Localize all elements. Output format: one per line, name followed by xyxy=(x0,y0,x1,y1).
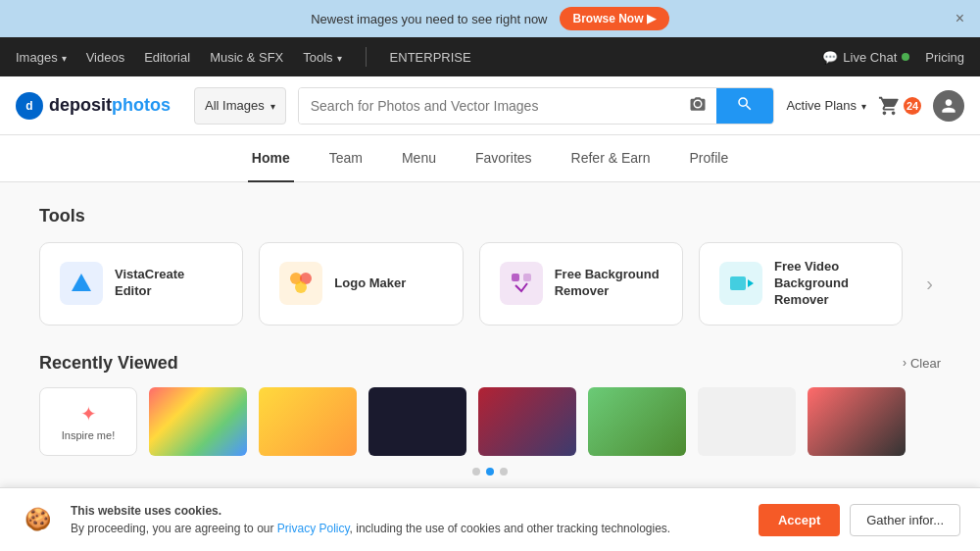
nav-right: 💬 Live Chat Pricing xyxy=(822,50,964,65)
plans-chevron-icon xyxy=(861,98,866,113)
nav-music[interactable]: Music & SFX xyxy=(210,50,283,65)
top-banner: Newest images you need to see right now … xyxy=(0,0,980,37)
tool-bg-remover[interactable]: Free Background Remover xyxy=(479,242,683,326)
nav-images[interactable]: Images xyxy=(16,50,67,65)
sub-nav: Home Team Menu Favorites Refer & Earn Pr… xyxy=(0,135,980,182)
nav-enterprise[interactable]: ENTERPRISE xyxy=(390,50,471,65)
sub-nav-home[interactable]: Home xyxy=(248,135,294,182)
recently-viewed-thumb-1[interactable] xyxy=(149,387,247,456)
cart-count-badge: 24 xyxy=(904,97,921,115)
pagination-dots xyxy=(39,468,941,476)
pagination-dot-3[interactable] xyxy=(500,468,508,476)
nav-separator xyxy=(366,47,367,67)
sub-nav-menu[interactable]: Menu xyxy=(398,135,440,182)
recently-viewed-clear[interactable]: › Clear xyxy=(903,356,941,371)
svg-rect-5 xyxy=(512,274,519,281)
recently-viewed-thumb-2[interactable] xyxy=(259,387,357,456)
search-input[interactable] xyxy=(299,88,680,124)
svg-rect-6 xyxy=(523,274,531,281)
video-bg-remover-icon xyxy=(719,262,762,305)
vistacreate-icon xyxy=(60,262,103,305)
inspire-label: Inspire me! xyxy=(62,429,115,441)
active-plans-dropdown[interactable]: Active Plans xyxy=(786,98,866,113)
live-status-dot xyxy=(902,53,909,61)
banner-close-button[interactable]: × xyxy=(956,10,964,27)
tool-logo-maker[interactable]: Logo Maker xyxy=(259,242,463,326)
tools-next-arrow[interactable]: › xyxy=(918,242,941,326)
nav-videos[interactable]: Videos xyxy=(86,50,125,65)
recently-viewed-thumb-3[interactable] xyxy=(368,387,466,456)
chevron-down-icon xyxy=(62,50,67,65)
privacy-policy-link[interactable]: Privacy Policy xyxy=(277,522,350,535)
video-bg-remover-label: Free Video Background Remover xyxy=(774,259,882,309)
svg-marker-1 xyxy=(72,274,91,291)
sub-nav-favorites[interactable]: Favorites xyxy=(471,135,536,182)
banner-text: Newest images you need to see right now xyxy=(311,12,547,26)
cookie-banner: 🍪 This website uses cookies. By proceedi… xyxy=(0,487,980,551)
nav-bar: Images Videos Editorial Music & SFX Tool… xyxy=(0,37,980,76)
search-button[interactable] xyxy=(716,87,773,125)
recently-viewed-header: Recently Viewed › Clear xyxy=(39,353,941,374)
recently-viewed-row: ✦ Inspire me! xyxy=(39,387,941,456)
svg-marker-8 xyxy=(748,279,754,287)
inspire-me-card[interactable]: ✦ Inspire me! xyxy=(39,387,137,456)
accept-cookies-button[interactable]: Accept xyxy=(759,504,840,536)
vistacreate-label: VistaCreate Editor xyxy=(115,267,222,300)
chevron-down-icon xyxy=(337,50,342,65)
sub-nav-refer[interactable]: Refer & Earn xyxy=(567,135,655,182)
filter-chevron-icon xyxy=(270,98,275,113)
recently-viewed-thumb-4[interactable] xyxy=(478,387,576,456)
cart-button[interactable]: 24 xyxy=(878,95,921,117)
svg-point-0 xyxy=(695,101,701,107)
cookie-actions: Accept Gather infor... xyxy=(759,504,960,536)
sub-nav-team[interactable]: Team xyxy=(325,135,367,182)
logo-icon: d xyxy=(16,92,43,120)
recently-viewed-thumb-6[interactable] xyxy=(698,387,796,456)
recently-viewed-thumb-7[interactable] xyxy=(808,387,906,456)
svg-point-4 xyxy=(295,281,307,293)
tools-grid: VistaCreate Editor Logo Maker Free Bac xyxy=(39,242,941,326)
pagination-dot-2[interactable] xyxy=(486,468,494,476)
sub-nav-profile[interactable]: Profile xyxy=(686,135,733,182)
live-chat-button[interactable]: 💬 Live Chat xyxy=(822,50,909,65)
recently-viewed-thumb-5[interactable] xyxy=(588,387,686,456)
nav-tools[interactable]: Tools xyxy=(303,50,341,65)
chat-icon: 💬 xyxy=(822,50,838,65)
recently-viewed-title: Recently Viewed xyxy=(39,353,178,374)
bg-remover-icon xyxy=(500,262,543,305)
avatar[interactable] xyxy=(933,90,964,122)
svg-rect-7 xyxy=(730,276,746,290)
inspire-icon: ✦ xyxy=(80,402,97,426)
logo-maker-icon xyxy=(279,262,322,305)
search-bar xyxy=(298,87,775,125)
header: d depositphotos All Images Active Plans … xyxy=(0,76,980,135)
logo-maker-label: Logo Maker xyxy=(334,276,406,292)
tools-section-title: Tools xyxy=(39,206,941,226)
pagination-dot-1[interactable] xyxy=(472,468,480,476)
logo[interactable]: d depositphotos xyxy=(16,92,171,120)
cookie-text: This website uses cookies. By proceeding… xyxy=(71,502,743,537)
tool-video-bg-remover[interactable]: Free Video Background Remover xyxy=(699,242,903,326)
nav-editorial[interactable]: Editorial xyxy=(144,50,190,65)
gather-info-button[interactable]: Gather infor... xyxy=(850,504,960,536)
browse-now-button[interactable]: Browse Now ▶ xyxy=(560,7,669,30)
camera-search-button[interactable] xyxy=(679,95,716,116)
logo-text: depositphotos xyxy=(49,95,171,116)
pricing-link[interactable]: Pricing xyxy=(925,50,964,65)
bg-remover-label: Free Background Remover xyxy=(555,267,662,300)
tool-vistacreate[interactable]: VistaCreate Editor xyxy=(39,242,243,326)
cookie-icon: 🍪 xyxy=(20,502,55,537)
search-filter-dropdown[interactable]: All Images xyxy=(194,87,286,125)
